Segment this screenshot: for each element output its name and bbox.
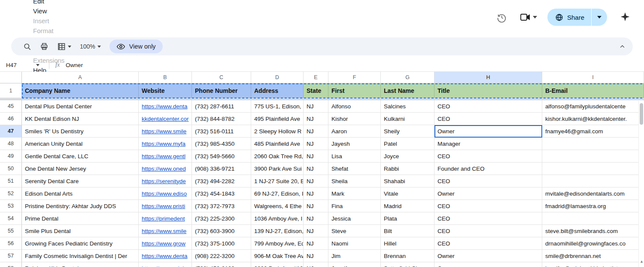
cell-company[interactable]: Pristine Dentistry: Akhtar Judy DDS [22,200,139,212]
cell-address[interactable]: 775 US-1, Edison, [251,100,304,113]
cell-email[interactable] [542,150,644,163]
row-header[interactable]: 52 [0,187,22,200]
cell-website[interactable]: https://www.rainb [139,262,192,267]
cell-website[interactable]: https://www.gentl [139,150,192,163]
cell-state[interactable]: NJ [304,187,328,200]
column-header[interactable]: I [542,72,644,83]
cell-state[interactable]: NJ [304,175,328,187]
gemini-sparkle-icon[interactable] [617,9,633,25]
name-box[interactable]: H47 [0,62,43,68]
menu-item[interactable]: View [29,6,136,16]
website-link[interactable]: https://serenityde [142,178,186,184]
cell-company[interactable]: Gentle Dental Care, LLC [22,150,139,163]
cell-website[interactable]: https://serenityde [139,175,192,187]
cell-company[interactable]: One Dental New Jersey [22,163,139,175]
cell-email[interactable] [542,212,644,225]
header-cell[interactable]: First [328,83,381,98]
website-link[interactable]: https://www.smile [142,128,186,135]
cell-title[interactable]: CEO [434,225,542,237]
version-history-icon[interactable] [494,9,510,25]
cell-phone[interactable]: (732) 985-4350 [192,138,251,150]
cell-email[interactable] [542,175,644,187]
select-all-corner[interactable] [0,72,22,83]
header-cell[interactable]: Phone Number [192,83,251,98]
cell-email[interactable] [542,163,644,175]
column-header[interactable]: E [304,72,328,83]
row-header[interactable]: 56 [0,237,22,250]
website-link[interactable]: https://www.grow [142,240,185,247]
header-cell[interactable]: B-Email [542,83,644,98]
cell-first-name[interactable]: Shefat [328,163,381,175]
cell-phone[interactable]: (732) 549-5660 [192,150,251,163]
column-header[interactable]: C [192,72,251,83]
cell-address[interactable]: 2060 Oak Tree Rd, [251,150,304,163]
row-header[interactable]: 54 [0,212,22,225]
cell-first-name[interactable]: Fina [328,200,381,212]
cell-first-name[interactable]: Mark [328,187,381,200]
cell-website[interactable]: https://www.smile [139,225,192,237]
cell-email[interactable]: drnaomihillel@growingfaces.co [542,237,644,250]
header-cell[interactable]: Last Name [381,83,434,98]
cell-first-name[interactable]: Jayesh [328,138,381,150]
menu-item[interactable]: Edit [29,0,136,6]
cell-title[interactable]: Manager [434,138,542,150]
cell-address[interactable]: 2 Sleepy Hollow R [251,125,304,138]
cell-email[interactable]: fmadrid@lamaestra.org [542,200,644,212]
cell-state[interactable]: NJ [304,163,328,175]
header-cell[interactable]: Title [434,83,542,98]
view-only-mode-button[interactable]: View only [109,40,163,53]
cell-phone[interactable]: (908) 336-9721 [192,163,251,175]
cell-last-name[interactable]: Salcines [381,100,434,113]
header-cell[interactable]: Website [139,83,192,98]
cell-email[interactable]: steve.bilt@smilebrands.com [542,225,644,237]
cell-first-name[interactable]: Alfonso [328,100,381,113]
cell-title[interactable]: Owner [434,250,542,262]
cell-company[interactable]: Rainbow Kids Dental [22,262,139,267]
zoom-dropdown[interactable]: 100% [76,40,105,53]
cell-state[interactable]: NJ [304,237,328,250]
scrollbar-thumb[interactable] [640,103,643,125]
cell-state[interactable]: NJ [304,125,328,138]
website-link[interactable]: https://www.pristi [142,203,185,209]
column-header[interactable]: F [328,72,381,83]
cell-first-name[interactable]: Aaron [328,125,381,138]
row-header[interactable]: 1 [0,83,22,98]
header-cell[interactable]: Address [251,83,304,98]
cell-phone[interactable]: (732) 603-3900 [192,225,251,237]
cell-title[interactable]: CEO [434,100,542,113]
vertical-scrollbar[interactable]: ▲ ▼ [638,101,644,267]
cell-phone[interactable]: (732) 225-2300 [192,212,251,225]
print-icon[interactable] [36,40,53,53]
cell-first-name[interactable]: Jennifer [328,262,381,267]
row-header[interactable]: 48 [0,138,22,150]
meet-dropdown-caret[interactable] [533,16,537,18]
column-header[interactable]: A [22,72,139,83]
cell-state[interactable]: NJ [304,200,328,212]
cell-website[interactable]: https://www.myfa [139,138,192,150]
cell-company[interactable]: American Unity Dental [22,138,139,150]
cell-state[interactable]: NJ [304,100,328,113]
header-cell[interactable]: State [304,83,328,98]
cell-address[interactable]: 3000 Park Ave #16 [251,262,304,267]
cell-last-name[interactable]: Rabbi [381,163,434,175]
cell-title[interactable]: CEO [434,150,542,163]
row-header[interactable]: 49 [0,150,22,163]
share-dropdown-button[interactable] [591,9,607,26]
cell-title[interactable]: Founder and CEO [434,163,542,175]
cell-phone[interactable]: (732) 375-1000 [192,237,251,250]
cell-email[interactable]: kishor.kulkarni@kkdentalcenter. [542,113,644,125]
header-cell[interactable]: Company Name [22,83,139,98]
share-button[interactable]: Share [547,9,591,26]
row-header[interactable]: 46 [0,113,22,125]
row-header[interactable]: 57 [0,250,22,262]
cell-email[interactable]: mvitale@edisondentalarts.com [542,187,644,200]
meet-call-button[interactable] [520,12,537,22]
cell-last-name[interactable]: Patel [381,138,434,150]
cell-address[interactable]: 139 NJ-27, Edison, [251,225,304,237]
cell-company[interactable]: KK Dental Edison NJ [22,113,139,125]
collapse-toolbar-icon[interactable] [617,42,627,51]
cell-first-name[interactable]: Steve [328,225,381,237]
cell-email[interactable]: jennifer@rainbowkidsdentist [542,262,644,267]
website-link[interactable]: https://www.denta [142,103,188,110]
row-header[interactable]: 51 [0,175,22,187]
